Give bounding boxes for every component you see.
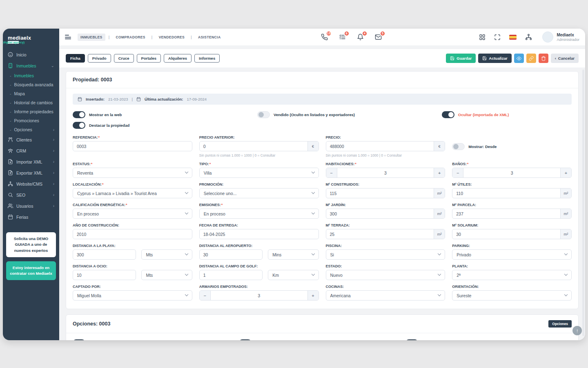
nav-asistencia[interactable]: ASISTENCIA (195, 34, 223, 41)
mail-icon[interactable]: 5 (375, 34, 382, 40)
tipo-select[interactable]: Villa (199, 168, 319, 178)
scrollbar[interactable] (582, 70, 584, 336)
tab-portales[interactable]: Portales (137, 54, 161, 63)
tasks-icon[interactable]: 6 (339, 34, 346, 40)
messages-badge: 5 (380, 31, 385, 36)
orientacion-select[interactable]: Sureste (452, 290, 572, 301)
options-button[interactable]: Opciones (548, 320, 572, 328)
estado-select[interactable]: Nuevo (326, 270, 445, 280)
tab-cruce[interactable]: Cruce (114, 54, 134, 63)
sidebar-subitem-promociones[interactable]: - Promociones (3, 116, 59, 125)
scroll-to-top-button[interactable]: ↑ (572, 326, 582, 335)
link-button[interactable] (526, 54, 536, 63)
fecha-entrega-input[interactable] (200, 229, 318, 239)
bell-icon[interactable]: 4 (357, 34, 364, 40)
preview-button[interactable] (514, 54, 524, 63)
update-button[interactable]: Actualizar (478, 54, 511, 63)
localizacion-select[interactable]: Cyprus » Larnaca » Livadia » Tourist Are… (73, 188, 192, 198)
fullscreen-icon[interactable] (494, 34, 501, 40)
sidebar-subitem-inmuebles[interactable]: - Inmuebles (3, 71, 59, 80)
distancia-ocio-input[interactable] (73, 270, 136, 280)
sidebar-item-importar-xml[interactable]: Importar XML › (3, 156, 59, 167)
referencia-input[interactable] (73, 141, 192, 151)
toggle-show-web[interactable]: Mostrar en la web (73, 111, 257, 118)
piscina-select[interactable]: Si (326, 249, 445, 260)
decrement-button[interactable]: − (200, 291, 211, 300)
m2-terraza-input[interactable] (326, 229, 434, 239)
distancia-golf-input[interactable] (200, 270, 262, 280)
estatus-select[interactable]: Reventa (73, 168, 192, 178)
distancia-ocio-unit-select[interactable]: Mts (141, 270, 192, 280)
decrement-button[interactable]: − (326, 168, 337, 177)
increment-button[interactable]: + (307, 291, 318, 300)
toggle-amueblado[interactable]: Amueblado (239, 339, 405, 340)
m2-utiles-input[interactable] (452, 188, 560, 198)
menu-toggle-icon[interactable] (65, 34, 71, 40)
m2-jardin-input[interactable] (326, 209, 434, 218)
contract-cta-button[interactable]: Estoy interesado en contratar con Mediae… (6, 261, 56, 280)
toggle-feature-property[interactable]: Destacar la propiedad (73, 122, 257, 129)
sidebar-item-inicio[interactable]: Inicio (3, 49, 59, 60)
planta-select[interactable]: 2ª (452, 270, 572, 280)
tab-alquileres[interactable]: Alquileres (164, 54, 192, 63)
field-label: M² PARCELA: (452, 203, 572, 207)
emisiones-select[interactable]: En proceso (199, 209, 319, 219)
m2-construidos-input[interactable] (326, 188, 434, 198)
toggle-mostrar-desde[interactable]: Mostrar: Desde (452, 143, 572, 150)
sidebar-subitem-historial[interactable]: - Historial de cambios (3, 98, 59, 107)
sidebar-subitem-mapa[interactable]: - Mapa (3, 89, 59, 98)
user-menu[interactable]: Mediaelx Administrador (542, 31, 579, 43)
nav-inmuebles[interactable]: INMUEBLES (78, 34, 105, 41)
sidebar-item-usuarios[interactable]: Usuarios › (3, 200, 59, 211)
save-button[interactable]: Guardar (446, 54, 476, 63)
sidebar-item-clientes[interactable]: Clientes › (3, 134, 59, 145)
dash-marker: - (10, 127, 11, 132)
distancia-playa-input[interactable] (73, 250, 136, 259)
distancia-aeropuerto-input[interactable] (200, 250, 262, 259)
cancel-button[interactable]: ‹ Cancelar (551, 54, 579, 63)
precio-input[interactable] (326, 141, 434, 151)
sidebar-subitem-busqueda-avanzada[interactable]: - Búsqueda avanzada (3, 80, 59, 89)
captado-por-select[interactable]: Miguel Molla (73, 290, 192, 301)
distancia-golf-unit-select[interactable]: Km (268, 270, 318, 280)
network-icon[interactable] (525, 34, 532, 40)
sidebar-item-inmuebles[interactable]: Inmuebles ⌄ (3, 60, 59, 71)
toggle-hide-xml[interactable]: Ocultar (importada de XML) (442, 111, 572, 118)
tab-privado[interactable]: Privado (88, 54, 111, 63)
sidebar-item-ferias[interactable]: Ferias (3, 211, 59, 222)
m2-solarium-input[interactable] (452, 229, 560, 239)
sidebar-subitem-opciones[interactable]: - Opciones › (3, 125, 59, 134)
toggle-barbacoa[interactable]: Barbacoa (405, 339, 572, 340)
sidebar-item-website-cms[interactable]: Website/CMS › (3, 178, 59, 189)
increment-button[interactable]: + (434, 168, 445, 177)
parking-select[interactable]: Privado (452, 249, 572, 260)
ano-construccion-input[interactable] (73, 229, 192, 239)
sidebar-subitem-informe[interactable]: - Informe propiedades (3, 107, 59, 116)
sidebar-item-seo[interactable]: SEO › (3, 189, 59, 200)
distancia-aeropuerto-unit-select[interactable]: Mins (268, 249, 318, 260)
tab-ficha[interactable]: Ficha (66, 54, 85, 63)
nav-compradores[interactable]: COMPRADORES (113, 34, 148, 41)
distancia-playa-unit-select[interactable]: Mts (141, 249, 192, 260)
sidebar-item-label: Usuarios (16, 204, 33, 209)
decrement-button[interactable]: − (452, 168, 463, 177)
tab-informes[interactable]: Informes (194, 54, 220, 63)
increment-button[interactable]: + (560, 168, 571, 177)
demo-guided-card[interactable]: Solicita una DEMO GUIADA a uno de nuestr… (6, 232, 56, 257)
cocinas-select[interactable]: Americana (326, 290, 445, 301)
toggle-sold[interactable]: Vendido (Oculto en listados y exportador… (257, 111, 442, 118)
sidebar-item-exportar-xml[interactable]: Exportar XML › (3, 167, 59, 178)
apps-grid-icon[interactable] (479, 34, 486, 40)
sidebar-item-crm[interactable]: CRM › (3, 145, 59, 156)
toggle-aire-acondicionado[interactable]: Aire acondicioado (73, 339, 239, 340)
phone-icon[interactable]: 15 (321, 34, 328, 40)
promocion-select[interactable]: Seleccione uno... (199, 188, 319, 198)
calificacion-select[interactable]: En proceso (73, 209, 192, 219)
delete-button[interactable] (539, 54, 548, 63)
m2-parcela-input[interactable] (452, 209, 560, 218)
language-flag-spain[interactable] (509, 35, 517, 40)
field-label: FECHA DE ENTREGA: (199, 223, 319, 227)
nav-vendedores[interactable]: VENDEDORES (156, 34, 188, 41)
precio-anterior-input[interactable] (200, 141, 307, 151)
toggle-on (239, 339, 252, 340)
